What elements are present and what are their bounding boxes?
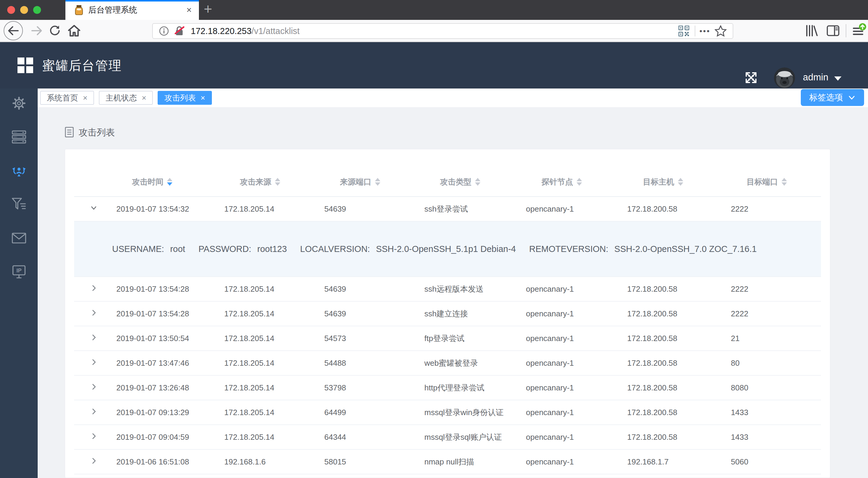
user-dropdown-caret-icon[interactable]: [834, 76, 841, 81]
tag-chip-1[interactable]: 系统首页×: [40, 91, 94, 105]
table-row[interactable]: 2019-01-07 13:47:46172.18.205.1454488web…: [74, 351, 821, 376]
sidebar-toggle-icon[interactable]: [824, 20, 843, 41]
cell-attack_time: 2019-01-07 09:13:29: [116, 408, 224, 417]
sidebar-item-attack-list[interactable]: [0, 162, 38, 181]
column-header-attack_type[interactable]: 攻击类型: [440, 177, 541, 187]
expand-row-icon[interactable]: [90, 309, 98, 317]
zoom-window-button[interactable]: [33, 6, 41, 14]
chevron-down-icon: [848, 94, 856, 101]
sort-arrows-icon[interactable]: [781, 178, 787, 186]
cell-source_port: 54639: [324, 284, 424, 294]
mail-icon: [11, 232, 27, 245]
cell-attack_type: mssql登录sql账户认证: [424, 432, 526, 442]
expand-row-icon[interactable]: [90, 383, 98, 391]
cell-attack_type: ssh建立连接: [424, 309, 526, 319]
table-row[interactable]: 2019-01-07 13:26:48172.18.205.1453798htt…: [74, 376, 821, 400]
column-header-attack_time[interactable]: 攻击时间: [132, 177, 240, 187]
sidebar-item-filter[interactable]: [0, 195, 38, 215]
tag-chip-close-icon[interactable]: ×: [142, 93, 146, 103]
table-row[interactable]: 2019-01-07 13:50:54172.18.205.1454573ftp…: [74, 326, 821, 351]
cell-probe_node: opencanary-1: [526, 433, 627, 442]
cell-attack_time: 2019-01-06 16:51:08: [116, 457, 224, 467]
table-row[interactable]: 2019-01-07 13:54:32172.18.205.1454639ssh…: [74, 197, 821, 221]
user-avatar[interactable]: [774, 67, 795, 89]
table-body: 2019-01-07 13:54:32172.18.205.1454639ssh…: [74, 197, 821, 474]
sort-arrows-icon[interactable]: [678, 178, 683, 186]
expand-row-icon[interactable]: [90, 432, 98, 440]
insecure-lock-icon[interactable]: [173, 25, 185, 37]
collapse-row-icon[interactable]: [90, 204, 98, 212]
fullscreen-icon[interactable]: [744, 70, 758, 86]
sidebar-item-settings[interactable]: [0, 94, 38, 113]
cell-source_port: 64344: [324, 433, 424, 442]
tag-chip-2[interactable]: 主机状态×: [99, 91, 153, 105]
new-tab-button[interactable]: +: [204, 1, 212, 17]
menu-icon[interactable]: [850, 20, 868, 41]
cell-attack_source: 172.18.205.14: [224, 408, 324, 417]
minimize-window-button[interactable]: [20, 6, 28, 14]
site-info-icon[interactable]: [159, 26, 169, 36]
sort-arrows-icon[interactable]: [275, 178, 280, 186]
cell-target_host: 172.18.200.58: [627, 383, 731, 392]
expand-row-icon[interactable]: [90, 457, 98, 465]
column-header-label: 攻击来源: [240, 177, 271, 187]
cell-target_port: 80: [731, 358, 821, 368]
cell-target_port: 2222: [731, 204, 821, 214]
tag-options-button[interactable]: 标签选项: [801, 89, 864, 106]
sidebar-item-ip[interactable]: IP: [0, 263, 38, 282]
tab-close-icon[interactable]: ×: [186, 5, 192, 15]
close-window-button[interactable]: [7, 6, 15, 14]
browser-tab[interactable]: 后台管理系统 ×: [65, 0, 199, 20]
cell-target_port: 5060: [731, 457, 821, 467]
forward-button[interactable]: [28, 20, 46, 41]
tag-chip-3[interactable]: 攻击列表×: [158, 91, 212, 105]
column-header-label: 攻击时间: [132, 177, 163, 187]
cell-attack_type: ssh登录尝试: [424, 204, 526, 214]
column-header-target_host[interactable]: 目标主机: [643, 177, 747, 187]
cell-attack_time: 2019-01-07 13:26:48: [116, 383, 224, 392]
reload-button[interactable]: [45, 20, 64, 41]
sort-arrows-icon[interactable]: [167, 178, 173, 186]
sort-arrows-icon[interactable]: [475, 178, 480, 186]
username-label[interactable]: admin: [803, 72, 828, 83]
app-logo-grid-icon[interactable]: [18, 58, 33, 73]
back-button[interactable]: [4, 21, 23, 40]
qr-code-icon[interactable]: [678, 26, 689, 36]
cell-target_port: 2222: [731, 284, 821, 294]
library-icon[interactable]: [802, 20, 820, 41]
sidebar-item-mail[interactable]: [0, 229, 38, 248]
table-row[interactable]: 2019-01-07 13:54:28172.18.205.1454639ssh…: [74, 277, 821, 302]
page-actions-icon[interactable]: •••: [700, 27, 710, 36]
attack-person-icon: [11, 163, 27, 179]
expand-row-icon[interactable]: [90, 358, 98, 366]
bookmark-star-icon[interactable]: [715, 25, 727, 37]
home-button[interactable]: [64, 20, 84, 41]
sort-arrows-icon[interactable]: [375, 178, 380, 186]
column-header-attack_source[interactable]: 攻击来源: [240, 177, 340, 187]
table-row[interactable]: 2019-01-07 13:54:28172.18.205.1454639ssh…: [74, 302, 821, 326]
table-row[interactable]: 2019-01-06 16:51:08192.168.1.658015nmap …: [74, 450, 821, 474]
cell-attack_type: web蜜罐被登录: [424, 358, 526, 369]
page-title: 攻击列表: [65, 127, 115, 139]
sort-arrows-icon[interactable]: [577, 178, 582, 186]
sidebar-nav: IP: [0, 89, 38, 478]
expand-row-icon[interactable]: [90, 408, 98, 415]
cell-target_host: 172.18.200.58: [627, 334, 731, 343]
cell-attack_time: 2019-01-07 13:50:54: [116, 334, 224, 343]
cell-attack_source: 172.18.205.14: [224, 358, 324, 368]
tag-chip-close-icon[interactable]: ×: [200, 93, 205, 103]
row-detail-panel: USERNAME:rootPASSWORD:root123LOCALVERSIO…: [74, 221, 821, 277]
column-header-probe_node[interactable]: 探针节点: [541, 177, 643, 187]
table-row[interactable]: 2019-01-07 09:13:29172.18.205.1464499mss…: [74, 400, 821, 425]
column-header-target_port[interactable]: 目标端口: [747, 177, 830, 187]
column-header-source_port[interactable]: 来源端口: [340, 177, 440, 187]
column-header-label: 目标主机: [643, 177, 674, 187]
expand-row-icon[interactable]: [90, 284, 98, 292]
sidebar-item-probes[interactable]: [0, 128, 38, 147]
cell-attack_source: 172.18.205.14: [224, 204, 324, 214]
table-row[interactable]: 2019-01-07 09:04:59172.18.205.1464344mss…: [74, 425, 821, 450]
expand-row-icon[interactable]: [90, 334, 98, 341]
url-bar[interactable]: 172.18.220.253/v1/attacklist •••: [152, 23, 733, 39]
app-title: 蜜罐后台管理: [42, 57, 122, 74]
tag-chip-close-icon[interactable]: ×: [83, 93, 87, 103]
